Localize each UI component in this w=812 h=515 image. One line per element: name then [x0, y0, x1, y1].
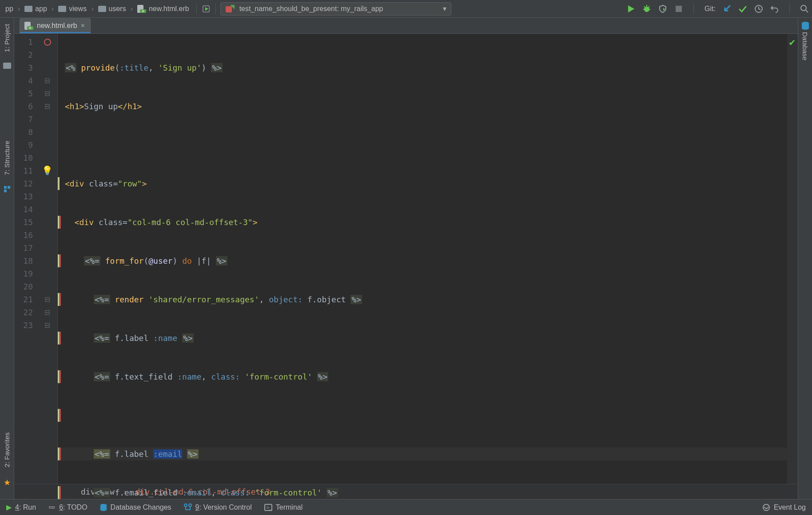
- tool-favorites[interactable]: 2: Favorites: [3, 430, 11, 470]
- gutter-line-numbers: 123 456 789 101112 131415 161718 192021 …: [14, 34, 37, 484]
- svg-line-18: [806, 10, 808, 12]
- breakpoint-icon[interactable]: [44, 39, 51, 46]
- fold-end-icon[interactable]: ⊟: [44, 293, 50, 306]
- left-toolwindow-stripe: 1: Project 7: Structure 2: Favorites ★: [0, 18, 14, 499]
- tool-project[interactable]: 1: Project: [3, 21, 11, 55]
- analysis-ok-icon: ✔: [788, 37, 796, 48]
- fold-icon[interactable]: ⊟: [44, 100, 50, 113]
- crumb-views[interactable]: views: [56, 4, 89, 14]
- right-toolwindow-stripe: Database: [798, 18, 812, 499]
- crumb-app[interactable]: app: [22, 4, 50, 14]
- close-tab-icon[interactable]: ×: [81, 22, 85, 30]
- test-config-icon: [225, 4, 235, 14]
- stop-button: [674, 4, 684, 14]
- chevron-right-icon: ›: [130, 5, 134, 13]
- code-area[interactable]: <% provide(:title, 'Sign up') %> <h1>Sig…: [58, 34, 787, 484]
- svg-line-13: [649, 6, 649, 8]
- search-everywhere-button[interactable]: [800, 4, 809, 14]
- toolbar-separator: [789, 4, 790, 14]
- tab-filename: new.html.erb: [37, 22, 77, 30]
- fold-icon[interactable]: ⊟: [44, 74, 50, 87]
- fold-icon[interactable]: ⊟: [44, 87, 50, 100]
- chevron-right-icon: ›: [17, 5, 21, 13]
- toolbar-separator: [196, 4, 197, 14]
- star-icon: ★: [4, 478, 11, 487]
- folder-icon: [24, 6, 32, 12]
- run-button[interactable]: [626, 4, 636, 14]
- toolbar-separator: [693, 4, 694, 14]
- svg-line-12: [644, 6, 645, 8]
- code-editor[interactable]: 123 456 789 101112 131415 161718 192021 …: [14, 34, 798, 484]
- tab-new-html-erb[interactable]: R new.html.erb ×: [20, 18, 91, 33]
- svg-marker-4: [205, 7, 208, 11]
- chevron-down-icon: ▾: [443, 4, 446, 13]
- main-area: 1: Project 7: Structure 2: Favorites ★ R…: [0, 18, 812, 499]
- crumb-pp[interactable]: pp: [3, 4, 16, 14]
- tool-structure[interactable]: 7: Structure: [3, 138, 11, 178]
- git-label: Git:: [705, 5, 716, 13]
- intention-bulb-icon[interactable]: 💡: [42, 164, 53, 177]
- svg-text:R: R: [29, 27, 31, 30]
- breadcrumbs: pp › app › views › users › R new.html.er…: [3, 4, 192, 14]
- crumb-file[interactable]: R new.html.erb: [135, 4, 192, 14]
- run-icon: ▶: [6, 503, 12, 511]
- toolbar-right: Git:: [626, 4, 809, 14]
- run-config-name: test_name_should_be_present: my_rails_ap…: [239, 5, 383, 13]
- svg-point-17: [801, 5, 806, 11]
- fold-end-icon[interactable]: ⊟: [44, 319, 50, 332]
- vcs-commit-button[interactable]: [738, 4, 748, 14]
- editor-tabs: R new.html.erb ×: [14, 18, 798, 34]
- erb-file-icon: R: [24, 22, 33, 30]
- folder-icon: [3, 63, 11, 69]
- structure-icon: [4, 186, 10, 192]
- chevron-right-icon: ›: [90, 5, 94, 13]
- vcs-revert-button[interactable]: [770, 4, 780, 14]
- svg-text:R: R: [142, 9, 144, 12]
- crumb-users[interactable]: users: [96, 4, 129, 14]
- fold-end-icon[interactable]: ⊟: [44, 306, 50, 319]
- navigation-bar: pp › app › views › users › R new.html.er…: [0, 0, 812, 18]
- tool-database[interactable]: Database: [801, 30, 809, 62]
- vcs-history-button[interactable]: [754, 4, 764, 14]
- svg-rect-20: [8, 186, 10, 189]
- run-config-selector[interactable]: test_name_should_be_present: my_rails_ap…: [220, 2, 451, 16]
- svg-rect-5: [226, 6, 232, 12]
- debug-button[interactable]: [642, 4, 652, 14]
- toolbar-separator: [215, 4, 216, 14]
- coverage-button[interactable]: [658, 4, 668, 14]
- svg-rect-19: [4, 186, 7, 189]
- vcs-update-button[interactable]: [722, 4, 732, 14]
- chevron-right-icon: ›: [51, 5, 55, 13]
- run-target-icon[interactable]: [201, 4, 211, 14]
- svg-marker-7: [628, 5, 634, 12]
- tool-run[interactable]: ▶4: Run: [6, 503, 36, 511]
- svg-rect-15: [676, 6, 682, 12]
- editor-panel: R new.html.erb × 123 456 789 101112 1314…: [14, 18, 798, 499]
- error-stripe[interactable]: ✔: [787, 34, 798, 484]
- folder-icon: [58, 6, 66, 12]
- svg-rect-21: [4, 190, 7, 192]
- gutter-icons: ⊟ ⊟ ⊟ 💡 ⊟ ⊟ ⊟: [37, 34, 58, 484]
- todo-icon: ≔: [48, 503, 56, 511]
- folder-icon: [98, 6, 106, 12]
- erb-file-icon: R: [137, 5, 146, 13]
- database-icon: [801, 21, 809, 30]
